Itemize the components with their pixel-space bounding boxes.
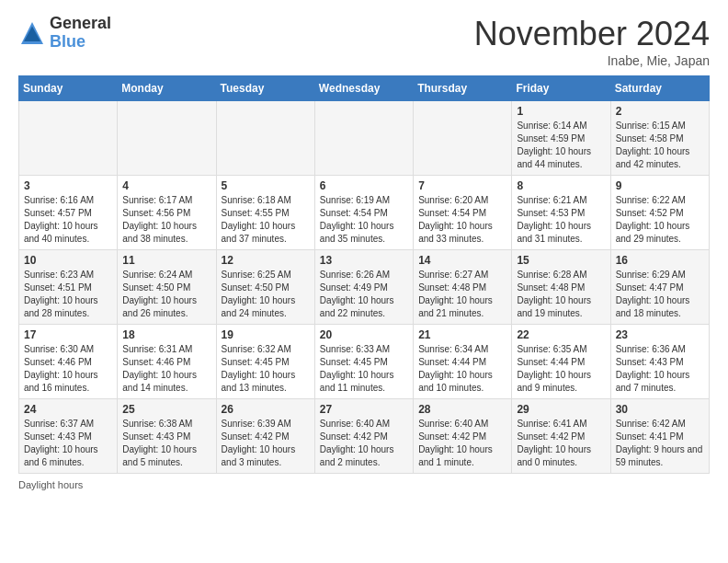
day-info: Sunrise: 6:26 AM Sunset: 4:49 PM Dayligh… [320,269,408,320]
day-number: 4 [122,179,210,192]
day-info: Sunrise: 6:40 AM Sunset: 4:42 PM Dayligh… [418,418,506,469]
day-info: Sunrise: 6:39 AM Sunset: 4:42 PM Dayligh… [222,418,310,469]
day-info: Sunrise: 6:40 AM Sunset: 4:42 PM Dayligh… [320,418,408,469]
calendar-day-cell: 25Sunrise: 6:38 AM Sunset: 4:43 PM Dayli… [118,399,216,474]
day-number: 29 [517,403,605,416]
weekday-header: Friday [512,76,610,101]
weekday-header: Monday [118,76,216,101]
day-info: Sunrise: 6:37 AM Sunset: 4:43 PM Dayligh… [24,418,112,469]
day-number: 15 [517,254,605,267]
calendar-day-cell: 28Sunrise: 6:40 AM Sunset: 4:42 PM Dayli… [414,399,512,474]
calendar-day-cell: 19Sunrise: 6:32 AM Sunset: 4:45 PM Dayli… [216,325,314,399]
calendar-day-cell: 6Sunrise: 6:19 AM Sunset: 4:54 PM Daylig… [314,176,413,250]
day-info: Sunrise: 6:38 AM Sunset: 4:43 PM Dayligh… [122,418,210,469]
weekday-header-row: SundayMondayTuesdayWednesdayThursdayFrid… [19,76,710,101]
day-number: 8 [517,179,605,192]
calendar-week-row: 3Sunrise: 6:16 AM Sunset: 4:57 PM Daylig… [19,176,710,250]
calendar-day-cell: 15Sunrise: 6:28 AM Sunset: 4:48 PM Dayli… [512,250,610,325]
calendar-day-cell [118,101,216,176]
logo-general-text: General [50,14,111,32]
calendar-week-row: 10Sunrise: 6:23 AM Sunset: 4:51 PM Dayli… [19,250,710,325]
day-number: 5 [222,179,310,192]
logo-icon [18,19,46,47]
calendar-day-cell: 18Sunrise: 6:31 AM Sunset: 4:46 PM Dayli… [118,325,216,399]
day-number: 30 [616,403,704,416]
day-number: 12 [222,254,310,267]
day-number: 26 [222,403,310,416]
day-number: 18 [122,328,210,341]
day-info: Sunrise: 6:42 AM Sunset: 4:41 PM Dayligh… [616,418,704,469]
day-number: 27 [320,403,408,416]
calendar-day-cell: 9Sunrise: 6:22 AM Sunset: 4:52 PM Daylig… [610,176,709,250]
day-number: 11 [122,254,210,267]
day-number: 21 [418,328,506,341]
day-number: 17 [24,328,112,341]
calendar-day-cell: 12Sunrise: 6:25 AM Sunset: 4:50 PM Dayli… [216,250,314,325]
day-info: Sunrise: 6:20 AM Sunset: 4:54 PM Dayligh… [418,194,506,246]
day-number: 22 [517,328,605,341]
day-info: Sunrise: 6:27 AM Sunset: 4:48 PM Dayligh… [418,269,506,320]
day-number: 19 [222,328,310,341]
weekday-header: Thursday [414,76,512,101]
day-number: 13 [320,254,408,267]
calendar-day-cell: 4Sunrise: 6:17 AM Sunset: 4:56 PM Daylig… [118,176,216,250]
calendar-day-cell: 29Sunrise: 6:41 AM Sunset: 4:42 PM Dayli… [512,399,610,474]
day-info: Sunrise: 6:35 AM Sunset: 4:44 PM Dayligh… [517,343,605,395]
calendar-day-cell: 16Sunrise: 6:29 AM Sunset: 4:47 PM Dayli… [610,250,709,325]
day-info: Sunrise: 6:25 AM Sunset: 4:50 PM Dayligh… [222,269,310,320]
calendar-day-cell: 3Sunrise: 6:16 AM Sunset: 4:57 PM Daylig… [19,176,118,250]
day-number: 14 [418,254,506,267]
day-info: Sunrise: 6:14 AM Sunset: 4:59 PM Dayligh… [517,120,605,171]
calendar-week-row: 1Sunrise: 6:14 AM Sunset: 4:59 PM Daylig… [19,101,710,176]
calendar-day-cell: 1Sunrise: 6:14 AM Sunset: 4:59 PM Daylig… [512,101,610,176]
calendar-day-cell: 7Sunrise: 6:20 AM Sunset: 4:54 PM Daylig… [414,176,512,250]
weekday-header: Tuesday [216,76,314,101]
day-number: 23 [616,328,704,341]
day-number: 1 [517,105,605,118]
day-info: Sunrise: 6:17 AM Sunset: 4:56 PM Dayligh… [122,194,210,246]
day-number: 7 [418,179,506,192]
day-info: Sunrise: 6:34 AM Sunset: 4:44 PM Dayligh… [418,343,506,395]
day-number: 20 [320,328,408,341]
calendar-day-cell: 24Sunrise: 6:37 AM Sunset: 4:43 PM Dayli… [19,399,118,474]
day-number: 6 [320,179,408,192]
calendar-day-cell: 17Sunrise: 6:30 AM Sunset: 4:46 PM Dayli… [19,325,118,399]
day-info: Sunrise: 6:24 AM Sunset: 4:50 PM Dayligh… [122,269,210,320]
calendar-day-cell: 14Sunrise: 6:27 AM Sunset: 4:48 PM Dayli… [414,250,512,325]
day-number: 3 [24,179,112,192]
location: Inabe, Mie, Japan [474,53,710,68]
calendar-day-cell [19,101,118,176]
day-number: 28 [418,403,506,416]
calendar-table: SundayMondayTuesdayWednesdayThursdayFrid… [18,75,710,474]
day-number: 10 [24,254,112,267]
day-number: 24 [24,403,112,416]
calendar-day-cell: 20Sunrise: 6:33 AM Sunset: 4:45 PM Dayli… [314,325,413,399]
day-info: Sunrise: 6:31 AM Sunset: 4:46 PM Dayligh… [122,343,210,395]
footer-note: Daylight hours [18,479,710,490]
calendar-day-cell: 27Sunrise: 6:40 AM Sunset: 4:42 PM Dayli… [314,399,413,474]
day-info: Sunrise: 6:30 AM Sunset: 4:46 PM Dayligh… [24,343,112,395]
calendar-day-cell: 8Sunrise: 6:21 AM Sunset: 4:53 PM Daylig… [512,176,610,250]
day-info: Sunrise: 6:19 AM Sunset: 4:54 PM Dayligh… [320,194,408,246]
calendar-day-cell: 11Sunrise: 6:24 AM Sunset: 4:50 PM Dayli… [118,250,216,325]
calendar-day-cell: 21Sunrise: 6:34 AM Sunset: 4:44 PM Dayli… [414,325,512,399]
weekday-header: Wednesday [314,76,413,101]
day-info: Sunrise: 6:36 AM Sunset: 4:43 PM Dayligh… [616,343,704,395]
title-area: November 2024 Inabe, Mie, Japan [474,15,710,68]
day-info: Sunrise: 6:29 AM Sunset: 4:47 PM Dayligh… [616,269,704,320]
calendar-week-row: 17Sunrise: 6:30 AM Sunset: 4:46 PM Dayli… [19,325,710,399]
day-info: Sunrise: 6:15 AM Sunset: 4:58 PM Dayligh… [616,120,704,171]
day-info: Sunrise: 6:41 AM Sunset: 4:42 PM Dayligh… [517,418,605,469]
weekday-header: Sunday [19,76,118,101]
calendar-day-cell: 26Sunrise: 6:39 AM Sunset: 4:42 PM Dayli… [216,399,314,474]
month-title: November 2024 [474,15,710,53]
calendar-day-cell: 5Sunrise: 6:18 AM Sunset: 4:55 PM Daylig… [216,176,314,250]
calendar-day-cell: 30Sunrise: 6:42 AM Sunset: 4:41 PM Dayli… [610,399,709,474]
calendar-day-cell: 10Sunrise: 6:23 AM Sunset: 4:51 PM Dayli… [19,250,118,325]
day-number: 25 [122,403,210,416]
day-number: 16 [616,254,704,267]
calendar-day-cell: 13Sunrise: 6:26 AM Sunset: 4:49 PM Dayli… [314,250,413,325]
logo-blue-text: Blue [50,32,85,51]
day-info: Sunrise: 6:23 AM Sunset: 4:51 PM Dayligh… [24,269,112,320]
calendar-week-row: 24Sunrise: 6:37 AM Sunset: 4:43 PM Dayli… [19,399,710,474]
